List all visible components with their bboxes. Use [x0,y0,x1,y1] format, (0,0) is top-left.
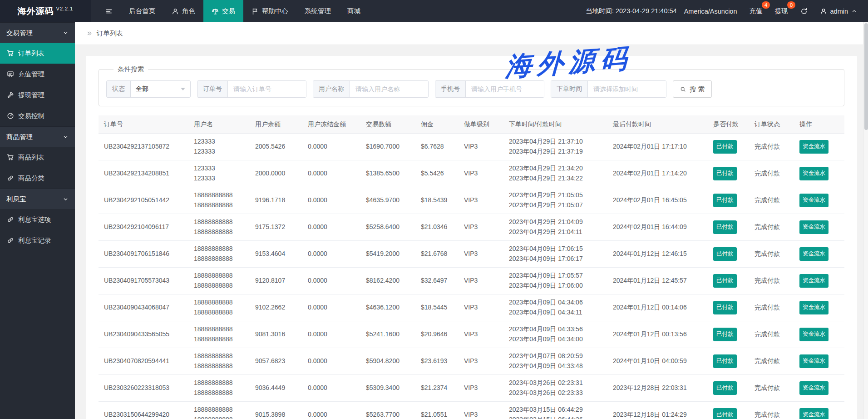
cell-order-status: 完成付款 [749,383,794,393]
order-time-input[interactable] [588,81,666,97]
cell-level: VIP3 [459,410,503,419]
funds-flow-button[interactable]: 资金流水 [799,408,829,419]
cell-frozen-amount: 0.0000 [302,142,360,152]
cell-order-no: UB2304292137105872 [99,142,188,152]
funds-flow-button[interactable]: 资金流水 [799,328,829,341]
cell-commission: $5.5426 [415,169,459,179]
username-input[interactable] [350,81,428,97]
app-version: V2.2.1 [56,6,74,11]
sidebar-item-interest-options[interactable]: 利息宝选项 [0,209,75,230]
nav-system[interactable]: 系统管理 [296,0,339,22]
link-icon [7,237,14,244]
admin-menu[interactable]: admin [820,8,858,15]
scales-icon [212,8,219,15]
breadcrumb-current: 订单列表 [97,29,123,38]
sidebar-item-withdraw[interactable]: 提现管理 [0,85,75,105]
sidebar-item-recharge[interactable]: 充值管理 [0,64,75,85]
order-time-field: 下单时间 [551,80,666,98]
order-no-input[interactable] [228,81,306,97]
app-logo: 海外源码 V2.2.1 [0,0,91,22]
cell-commission: $21.0551 [415,410,459,419]
withdraw-notice-button[interactable]: 提现 0 [775,7,788,15]
cell-trade-amount: $5263.7700 [360,410,415,419]
cell-order-pay-time: 2023年04月07日 08:20:592023年04月09日 04:33:48 [503,351,607,371]
funds-flow-button[interactable]: 资金流水 [799,220,829,234]
cell-balance: 9196.1718 [250,195,302,205]
funds-flow-button[interactable]: 资金流水 [799,194,829,207]
cell-level: VIP3 [459,303,503,313]
cell-trade-amount: $1690.7000 [360,142,415,152]
cell-trade-amount: $4636.1200 [360,303,415,313]
cell-order-status: 完成付款 [749,249,794,259]
cell-balance: 9081.3016 [250,329,302,339]
cell-commission: $21.2374 [415,383,459,393]
sidebar-group-trade[interactable]: 交易管理 [0,22,75,43]
chevron-up-icon [851,8,857,14]
cell-username: 123333123333 [188,137,250,156]
nav-trade[interactable]: 交易 [203,0,243,22]
main-content: 海外源码 条件搜索 状态 全部 订单号 用户名称 [75,45,868,419]
nav-dashboard[interactable]: 后台首页 [121,0,163,22]
gavel-icon [7,91,14,99]
cell-frozen-amount: 0.0000 [302,249,360,259]
cell-order-pay-time: 2023年03月15日 06:44:292023年03月15日 06:44:36 [503,405,607,419]
cell-balance: 9057.6823 [250,356,302,366]
recharge-notice-button[interactable]: 充值 4 [750,7,763,15]
cell-order-no: UB2304292104096117 [99,222,188,232]
cell-trade-amount: $1385.6500 [360,169,415,179]
sidebar-group-interest[interactable]: 利息宝 [0,189,75,209]
cell-order-pay-time: 2023年04月29日 21:04:092023年04月29日 21:04:11 [503,217,607,237]
cell-order-pay-time: 2023年04月29日 21:37:102023年04月29日 21:37:19 [503,137,607,156]
sidebar-item-goods-list[interactable]: 商品列表 [0,147,75,168]
cell-order-pay-time: 2023年04月09日 04:34:062023年04月09日 04:34:11 [503,298,607,317]
cell-last-pay-time: 2024年01月12日 12:45:57 [607,276,708,286]
paid-status-badge: 已付款 [713,140,737,153]
sidebar-group-goods[interactable]: 商品管理 [0,126,75,147]
sidebar-item-interest-records[interactable]: 利息宝记录 [0,230,75,251]
phone-input[interactable] [466,81,544,97]
phone-label: 手机号 [435,81,466,97]
table-row: UB2304070820594441 188888888881888888888… [99,348,844,375]
cell-balance: 9175.1372 [250,222,302,232]
username-label: 用户名称 [313,81,350,97]
username-field: 用户名称 [313,80,429,98]
sidebar-item-goods-category[interactable]: 商品分类 [0,168,75,189]
phone-field: 手机号 [435,80,544,98]
status-label: 状态 [107,81,131,97]
cell-frozen-amount: 0.0000 [302,329,360,339]
search-button[interactable]: 搜 索 [673,80,712,98]
funds-flow-button[interactable]: 资金流水 [799,301,829,314]
funds-flow-button[interactable]: 资金流水 [799,247,829,260]
order-no-label: 订单号 [197,81,228,97]
cell-balance: 9102.2662 [250,303,302,313]
breadcrumb: 订单列表 [75,22,868,45]
funds-flow-button[interactable]: 资金流水 [799,381,829,394]
funds-flow-button[interactable]: 资金流水 [799,274,829,287]
funds-flow-button[interactable]: 资金流水 [799,167,829,180]
timezone: America/Asuncion [684,8,737,15]
nav-help-center[interactable]: 帮助中心 [243,0,296,22]
refresh-button[interactable] [800,8,808,15]
status-select[interactable]: 全部 [131,81,190,97]
funds-flow-button[interactable]: 资金流水 [799,140,829,153]
nav-roles[interactable]: 角色 [163,0,203,22]
cell-balance: 9015.3898 [250,410,302,419]
top-nav: 后台首页 角色 交易 帮助中心 系统管理 商城 [121,0,369,22]
funds-flow-button[interactable]: 资金流水 [799,354,829,368]
cell-trade-amount: $5419.2000 [360,249,415,259]
nav-mall[interactable]: 商城 [339,0,369,22]
cell-order-no: UB2304292105051442 [99,195,188,205]
scrollbar-thumb[interactable] [864,23,868,130]
cell-last-pay-time: 2024年01月10日 04:00:59 [607,356,708,366]
cell-username: 1888888888818888888888 [188,244,250,264]
sidebar-item-order-list[interactable]: 订单列表 [0,43,75,64]
cell-order-no: UB2304070820594441 [99,356,188,366]
sidebar-item-trade-control[interactable]: 交易控制 [0,105,75,126]
cell-last-pay-time: 2024年02月01日 17:14:20 [607,169,708,179]
cell-balance: 2005.5426 [250,142,302,152]
hamburger-menu-icon[interactable] [97,0,121,22]
topbar: 海外源码 V2.2.1 后台首页 角色 交易 帮助中心 系统管理 商城 当地时间… [0,0,868,22]
cell-frozen-amount: 0.0000 [302,195,360,205]
cell-order-no: UB2304091705573043 [99,276,188,286]
cell-level: VIP3 [459,276,503,286]
